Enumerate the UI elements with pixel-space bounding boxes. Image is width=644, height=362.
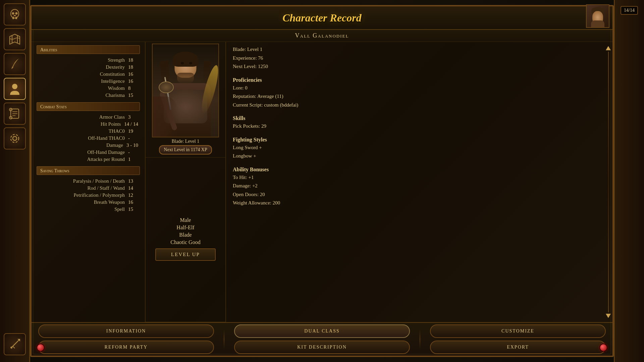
proficiencies-text: Lore: 0 Reputation: Average (11) Current… [233,84,597,110]
party-counter: 14/14 [621,6,638,15]
stat-wisdom: Wisdom 8 [37,85,140,92]
character-portrait[interactable] [152,44,219,137]
customize-button[interactable]: CUSTOMIZE [430,324,606,338]
character-name: Vall Galanodiel [295,32,349,39]
save-spell: Spell 15 [37,206,140,213]
stat-offhand-damage: Off-Hand Damage - [37,149,140,156]
fighting-styles-text: Long Sword + Longbow + [233,143,597,161]
content-area: Abilities Strength 18 Dexterity 18 Const… [32,42,612,322]
stat-damage: Damage 3 - 10 [37,142,140,149]
xp-tooltip: Next Level in 1174 XP [159,145,212,155]
right-button-group: CUSTOMIZE EXPORT [430,324,606,354]
svg-point-18 [11,134,19,142]
map-icon [8,33,21,46]
main-window: Character Record Vall Galanodiel Abiliti… [30,5,614,357]
char-info-section: Male Half-Elf Blade Chaotic Good LEVEL U… [146,158,225,322]
stat-intelligence: Intelligence 16 [37,78,140,85]
svg-point-10 [12,84,17,89]
skills-heading: Skills [233,115,597,121]
window-title: Character Record [282,12,362,24]
stat-charisma: Charisma 15 [37,92,140,99]
svg-rect-2 [12,17,14,19]
weapon-icon [8,338,21,351]
sidebar-item-skull[interactable] [4,3,26,25]
scroll-decoration [604,42,612,322]
middle-panel: Blade: Level 1 Next Level in 1174 XP Mal… [146,42,226,322]
divider-left [224,329,224,349]
left-sidebar [0,0,30,362]
sidebar-item-character[interactable] [4,78,26,100]
stat-attacks-per-round: Attacks per Round 1 [37,156,140,163]
left-button-group: INFORMATION REFORM PARTY [38,324,214,354]
subtitle-bar: Vall Galanodiel [32,30,612,42]
stat-strength: Strength 18 [37,57,140,64]
class-info-text: Blade: Level 1 Experience: 76 Next Level… [233,45,597,71]
char-class: Blade [179,232,192,238]
stat-offhand-thac0: Off-Hand THAC0 - [37,135,140,142]
proficiencies-heading: Proficiencies [233,77,597,83]
information-button[interactable]: INFORMATION [38,324,214,338]
kit-description-button[interactable]: KIT DESCRIPTION [234,341,410,354]
sidebar-item-inventory[interactable] [4,127,26,149]
party-portrait-thumb[interactable] [586,4,609,28]
stat-constitution: Constitution 16 [37,71,140,78]
svg-rect-3 [15,17,17,19]
scroll-up-arrow[interactable] [606,45,611,50]
level-up-button[interactable]: LEVEL UP [155,248,216,261]
svg-line-21 [11,347,12,348]
sidebar-item-map[interactable] [4,28,26,50]
gear-icon [8,132,21,145]
reform-party-button[interactable]: REFORM PARTY [38,341,214,354]
left-panel: Abilities Strength 18 Dexterity 18 Const… [32,42,146,322]
scroll-down-arrow[interactable] [606,314,611,319]
skull-icon [8,8,21,21]
sidebar-item-spells[interactable] [4,103,26,125]
combat-stats: Armor Class 3 Hit Points 14 / 14 THAC0 1… [37,114,140,163]
svg-point-4 [12,12,14,15]
gem-bottom-right [599,344,607,352]
ability-bonuses-heading: Ability Bonuses [233,167,597,173]
portrait-section: Blade: Level 1 Next Level in 1174 XP [146,42,225,158]
sidebar-item-records[interactable] [4,333,26,355]
skills-text: Pick Pockets: 29 [233,122,597,131]
combat-stats-header: Combat Stats [37,102,140,111]
saving-throws-header: Saving Throws [37,166,140,175]
svg-point-5 [15,12,17,15]
save-petrification: Petrification / Polymorph 12 [37,192,140,199]
fighting-styles-heading: Fighting Styles [233,137,597,143]
title-bar: Character Record [32,6,612,30]
stat-dexterity: Dexterity 18 [37,64,140,71]
save-rod: Rod / Staff / Wand 14 [37,185,140,192]
right-sidebar: 14/14 [614,0,644,362]
char-gender: Male [180,217,191,223]
ability-bonuses-text: To Hit: +1 Damage: +2 Open Doors: 20 Wei… [233,173,597,207]
right-panel: Blade: Level 1 Experience: 76 Next Level… [226,42,604,322]
save-paralysis: Paralysis / Poison / Death 13 [37,178,140,185]
export-button[interactable]: EXPORT [430,341,606,354]
svg-point-17 [13,136,17,140]
gem-bottom-left [37,344,45,352]
portrait-class-label: Blade: Level 1 [172,139,199,144]
character-icon [8,82,21,96]
abilities-stats: Strength 18 Dexterity 18 Constitution 16… [37,57,140,99]
divider-right [420,329,420,349]
scroll-icon [8,107,21,120]
save-breath: Breath Weapon 16 [37,199,140,206]
stat-thac0: THAC0 19 [37,128,140,135]
stat-hit-points: Hit Points 14 / 14 [37,121,140,128]
sidebar-item-journal[interactable] [4,53,26,75]
svg-rect-6 [14,15,16,16]
saving-throws-stats: Paralysis / Poison / Death 13 Rod / Staf… [37,178,140,213]
right-panel-container: Blade: Level 1 Experience: 76 Next Level… [226,42,612,322]
abilities-header: Abilities [37,45,140,54]
quill-icon [8,57,21,71]
char-alignment: Chaotic Good [170,239,200,245]
stat-armor-class: Armor Class 3 [37,114,140,121]
middle-button-group: DUAL CLASS KIT DESCRIPTION [234,324,410,354]
char-race: Half-Elf [176,225,194,231]
bottom-bar: INFORMATION REFORM PARTY DUAL CLASS KIT … [32,322,612,356]
svg-line-19 [11,340,19,348]
svg-line-22 [13,346,15,348]
dual-class-button[interactable]: DUAL CLASS [234,324,410,338]
